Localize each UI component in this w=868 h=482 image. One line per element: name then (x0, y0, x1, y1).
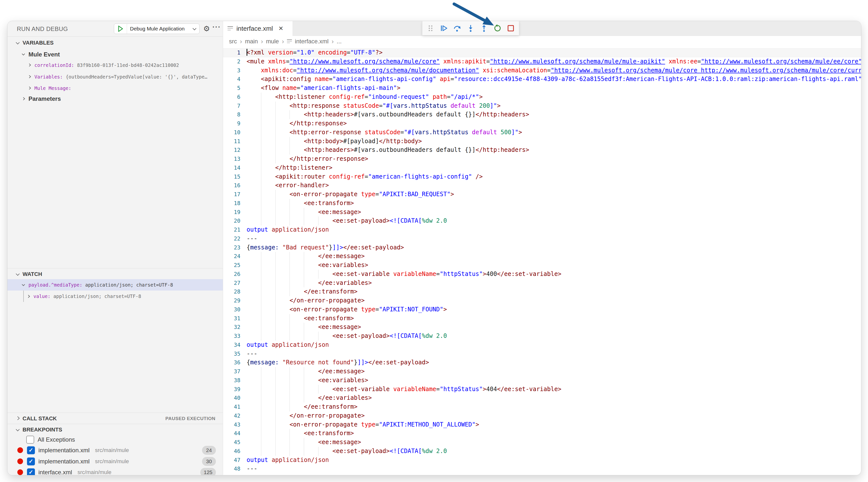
step-into-button[interactable] (466, 24, 475, 32)
toolbar-drag-grip[interactable] (426, 24, 435, 32)
line-number[interactable]: 33 (223, 332, 247, 340)
breakpoint-row[interactable]: ✓ implementation.xml src/main/mule 24 (7, 445, 223, 456)
step-out-button[interactable] (480, 24, 488, 32)
step-over-button[interactable] (453, 24, 462, 32)
code-line[interactable]: 45 <ee:message> (223, 438, 861, 447)
code-line[interactable]: 30 <on-error-propagate type="APIKIT:NOT_… (223, 305, 861, 314)
code-line[interactable]: 21output application/json (223, 225, 861, 234)
code-line[interactable]: 48--- (223, 464, 861, 473)
line-number[interactable]: 29 (223, 296, 247, 305)
code-line[interactable]: 37 </ee:message> (223, 367, 861, 376)
code-line[interactable]: 47output application/json (223, 456, 861, 465)
line-number[interactable]: 24 (223, 252, 247, 261)
call-stack-section-header[interactable]: CALL STACK PAUSED EXECUTION (7, 414, 223, 424)
line-number[interactable]: 46 (223, 447, 247, 456)
watch-row-mediatype[interactable]: payload.^mediaType: application/json; ch… (7, 279, 223, 291)
line-number[interactable]: 17 (223, 190, 247, 199)
line-number[interactable]: 30 (223, 305, 247, 314)
checkbox-checked[interactable]: ✓ (27, 446, 35, 454)
tree-item-correlation-id[interactable]: correlationId: 83f9b160-013f-11ed-bd48-0… (7, 59, 223, 70)
line-number[interactable]: 27 (223, 279, 247, 288)
code-line[interactable]: 31 <ee:transform> (223, 314, 861, 323)
line-number[interactable]: 40 (223, 394, 247, 402)
line-number[interactable]: 43 (223, 420, 247, 429)
code-line[interactable]: 40 </ee:variables> (223, 394, 861, 402)
code-line[interactable]: 8 <http:headers>#[vars.outboundHeaders d… (223, 110, 861, 119)
code-line[interactable]: 17 <on-error-propagate type="APIKIT:BAD_… (223, 190, 861, 199)
stop-button[interactable] (506, 24, 515, 32)
line-number[interactable]: 10 (223, 128, 247, 137)
line-number[interactable]: 14 (223, 163, 247, 172)
line-number[interactable]: 42 (223, 412, 247, 420)
line-number[interactable]: 12 (223, 146, 247, 155)
code-line[interactable]: 14 </http:listener> (223, 163, 861, 172)
code-line[interactable]: 46 <ee:set-payload><![CDATA[%dw 2.0 (223, 447, 861, 456)
line-number[interactable]: 18 (223, 199, 247, 208)
line-number[interactable]: 22 (223, 234, 247, 243)
code-line[interactable]: 5 <flow name="american-flights-api-main"… (223, 84, 861, 93)
start-debug-button[interactable] (114, 24, 127, 34)
line-number[interactable]: 21 (223, 225, 247, 234)
code-line[interactable]: 26 <ee:set-variable variableName="httpSt… (223, 270, 861, 279)
code-line[interactable]: 25 <ee:variables> (223, 261, 861, 270)
line-number[interactable]: 6 (223, 93, 247, 101)
line-number[interactable]: 39 (223, 385, 247, 394)
breadcrumb-item-main[interactable]: main (245, 38, 258, 45)
code-line[interactable]: 35--- (223, 350, 861, 358)
code-line[interactable]: 38 <ee:variables> (223, 376, 861, 385)
line-number[interactable]: 47 (223, 456, 247, 465)
code-line[interactable]: 36{message: "Resource not found"}]]></ee… (223, 358, 861, 367)
code-line[interactable]: 34output application/json (223, 340, 861, 350)
breadcrumb-item-file[interactable]: interface.xml (295, 38, 329, 45)
line-number[interactable]: 2 (223, 57, 247, 66)
line-number[interactable]: 20 (223, 216, 247, 225)
line-number[interactable]: 11 (223, 137, 247, 146)
code-line[interactable]: 43 <on-error-propagate type="APIKIT:METH… (223, 420, 861, 429)
line-number[interactable]: 48 (223, 464, 247, 473)
tree-item-variables[interactable]: Variables: {outboundHeaders=TypedValue[v… (7, 71, 223, 82)
watch-section-header[interactable]: WATCH (7, 269, 223, 279)
line-number[interactable]: 1 (223, 48, 247, 57)
continue-button[interactable] (440, 24, 448, 32)
launch-config-dropdown[interactable]: Debug Mule Application (114, 24, 199, 34)
line-number[interactable]: 37 (223, 367, 247, 376)
launch-config-label[interactable]: Debug Mule Application (127, 26, 192, 32)
line-number[interactable]: 34 (223, 340, 247, 350)
code-line[interactable]: 27 </ee:variables> (223, 279, 861, 288)
checkbox-checked[interactable]: ✓ (27, 469, 35, 475)
code-line[interactable]: 44 <ee:transform> (223, 429, 861, 438)
watch-row-value[interactable]: value: application/json; charset=UTF-8 (7, 291, 223, 302)
code-line[interactable]: 2<mule xmlns="http://www.mulesoft.org/sc… (223, 57, 861, 66)
line-number[interactable]: 16 (223, 181, 247, 190)
code-line[interactable]: 15 <apikit:router config-ref="american-f… (223, 172, 861, 181)
line-number[interactable]: 32 (223, 323, 247, 332)
gear-icon[interactable]: ⚙ (203, 24, 210, 33)
breakpoint-row[interactable]: ✓ interface.xml src/main/mule 125 (7, 466, 223, 475)
close-icon[interactable]: ✕ (278, 25, 283, 32)
code-line[interactable]: 3 xmlns:doc="http://www.mulesoft.org/sch… (223, 66, 861, 75)
code-line[interactable]: 20 <ee:set-payload><![CDATA[%dw 2.0 (223, 216, 861, 225)
line-number[interactable]: 13 (223, 155, 247, 163)
line-number[interactable]: 15 (223, 172, 247, 181)
line-number[interactable]: 44 (223, 429, 247, 438)
code-line[interactable]: 13 </http:error-response> (223, 155, 861, 163)
variables-section-header[interactable]: VARIABLES (7, 38, 223, 48)
line-number[interactable]: 3 (223, 66, 247, 75)
code-line[interactable]: 6 <http:listener config-ref="inbound-req… (223, 93, 861, 101)
all-exceptions-row[interactable]: All Exceptions (7, 434, 223, 445)
code-line[interactable]: 32 <ee:message> (223, 323, 861, 332)
more-actions-icon[interactable]: ··· (212, 23, 221, 31)
code-line[interactable]: 18 <ee:transform> (223, 199, 861, 208)
code-line[interactable]: 1<?xml version="1.0" encoding="UTF-8"?> (223, 48, 861, 57)
code-line[interactable]: 42 </on-error-propagate> (223, 412, 861, 420)
code-line[interactable]: 41 </ee:transform> (223, 402, 861, 412)
code-line[interactable]: 24 </ee:message> (223, 252, 861, 261)
line-number[interactable]: 8 (223, 110, 247, 119)
line-number[interactable]: 38 (223, 376, 247, 385)
line-number[interactable]: 28 (223, 287, 247, 296)
line-number[interactable]: 35 (223, 350, 247, 358)
line-number[interactable]: 19 (223, 208, 247, 217)
code-line[interactable]: 29 </on-error-propagate> (223, 296, 861, 305)
line-number[interactable]: 25 (223, 261, 247, 270)
code-line[interactable]: 11 <http:body>#[payload]</http:body> (223, 137, 861, 146)
